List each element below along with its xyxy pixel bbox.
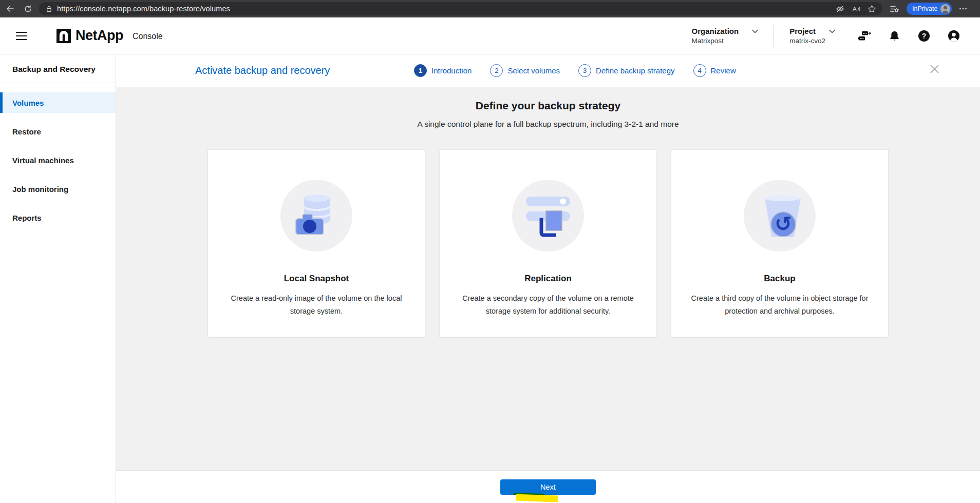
sidebar-item-label: Reports <box>12 214 42 222</box>
app-header: NetApp Console Organization Matrixpost P… <box>0 17 980 54</box>
close-icon[interactable] <box>929 64 940 74</box>
sidebar-item-reports[interactable]: Reports <box>0 207 116 228</box>
wizard-header: Activate backup and recovery 1 Introduct… <box>116 54 980 87</box>
card-description: Create a read-only image of the volume o… <box>227 292 406 318</box>
step-define-backup-strategy: 3 Define backup strategy <box>578 64 674 77</box>
inprivate-badge[interactable]: InPrivate <box>907 3 952 15</box>
svg-text:?: ? <box>922 32 927 40</box>
header-divider <box>774 25 774 47</box>
account-icon[interactable] <box>947 29 960 43</box>
favorite-star-icon[interactable] <box>868 5 876 13</box>
card-title: Backup <box>764 274 795 284</box>
svg-text:↺: ↺ <box>775 212 792 236</box>
local-snapshot-icon <box>280 180 352 252</box>
sidebar-item-label: Volumes <box>12 99 44 107</box>
card-title: Replication <box>524 274 572 284</box>
wizard-title: Activate backup and recovery <box>195 65 330 76</box>
organization-label: Organization <box>691 27 739 35</box>
address-bar[interactable]: https://console.netapp.com/backup-restor… <box>39 2 882 15</box>
sidebar: Backup and Recovery Volumes Restore Virt… <box>0 54 116 503</box>
chevron-down-icon <box>752 29 758 33</box>
more-options-icon[interactable] <box>959 5 972 13</box>
project-value: matrix-cvo2 <box>789 37 835 45</box>
project-selector[interactable]: Project matrix-cvo2 <box>789 27 835 45</box>
step-label: Select volumes <box>507 66 560 75</box>
avatar <box>940 4 950 14</box>
card-description: Create a third copy of the volume in obj… <box>690 292 869 318</box>
connector-icon[interactable] <box>858 29 871 43</box>
sidebar-item-job-monitoring[interactable]: Job monitoring <box>0 179 116 199</box>
sidebar-item-volumes[interactable]: Volumes <box>0 92 116 113</box>
step-number: 3 <box>578 64 591 77</box>
wizard-footer: Next <box>116 470 980 503</box>
step-review: 4 Review <box>693 64 736 77</box>
menu-icon[interactable] <box>12 27 31 45</box>
console-label: Console <box>133 31 163 41</box>
chevron-down-icon <box>829 29 835 33</box>
page-title: Define your backup strategy <box>116 100 980 112</box>
card-title: Local Snapshot <box>284 274 349 284</box>
url-text[interactable]: https://console.netapp.com/backup-restor… <box>57 5 230 13</box>
sidebar-item-virtual-machines[interactable]: Virtual machines <box>0 150 116 170</box>
replication-icon <box>512 180 584 252</box>
backup-bucket-icon: ↺ <box>744 180 816 252</box>
step-label: Review <box>711 66 736 75</box>
read-aloud-icon[interactable]: A <box>852 5 860 13</box>
netapp-logo: NetApp <box>56 28 123 44</box>
card-local-snapshot[interactable]: Local Snapshot Create a read-only image … <box>208 149 425 337</box>
strategy-cards: Local Snapshot Create a read-only image … <box>116 149 980 337</box>
page-subtitle: A single control plane for a full backup… <box>116 120 980 129</box>
svg-text:A: A <box>853 6 857 12</box>
sidebar-item-restore[interactable]: Restore <box>0 121 116 142</box>
step-label: Define backup strategy <box>596 66 674 75</box>
step-introduction: 1 Introduction <box>414 64 472 77</box>
step-select-volumes: 2 Select volumes <box>490 64 560 77</box>
sidebar-item-label: Job monitoring <box>12 185 68 194</box>
sidebar-item-label: Restore <box>12 127 41 136</box>
step-label: Introduction <box>431 66 472 75</box>
favorites-bar-icon[interactable] <box>890 4 899 14</box>
card-backup[interactable]: ↺ Backup Create a third copy of the volu… <box>671 149 889 337</box>
lock-icon[interactable] <box>45 5 53 13</box>
bell-icon[interactable] <box>888 29 901 43</box>
browser-chrome: https://console.netapp.com/backup-restor… <box>0 0 980 17</box>
sidebar-section-title: Backup and Recovery <box>0 54 116 83</box>
highlight-marker-yellow <box>516 494 558 502</box>
main-content: Define your backup strategy A single con… <box>116 87 980 470</box>
refresh-icon[interactable] <box>21 2 35 16</box>
card-replication[interactable]: Replication Create a secondary copy of t… <box>439 149 657 337</box>
project-label: Project <box>789 27 816 35</box>
wizard-steps: 1 Introduction 2 Select volumes 3 Define… <box>414 64 736 77</box>
sidebar-item-label: Virtual machines <box>12 156 74 165</box>
step-number: 1 <box>414 64 427 77</box>
help-icon[interactable]: ? <box>917 29 931 43</box>
organization-selector[interactable]: Organization Matrixpost <box>691 27 758 45</box>
back-icon[interactable] <box>3 2 17 16</box>
inprivate-label: InPrivate <box>912 5 937 12</box>
organization-value: Matrixpost <box>691 37 758 45</box>
step-number: 2 <box>490 64 503 77</box>
step-number: 4 <box>693 64 706 77</box>
brand-name: NetApp <box>76 28 123 44</box>
card-description: Create a secondary copy of the volume on… <box>459 292 637 318</box>
tracking-prevention-icon[interactable] <box>836 5 844 13</box>
